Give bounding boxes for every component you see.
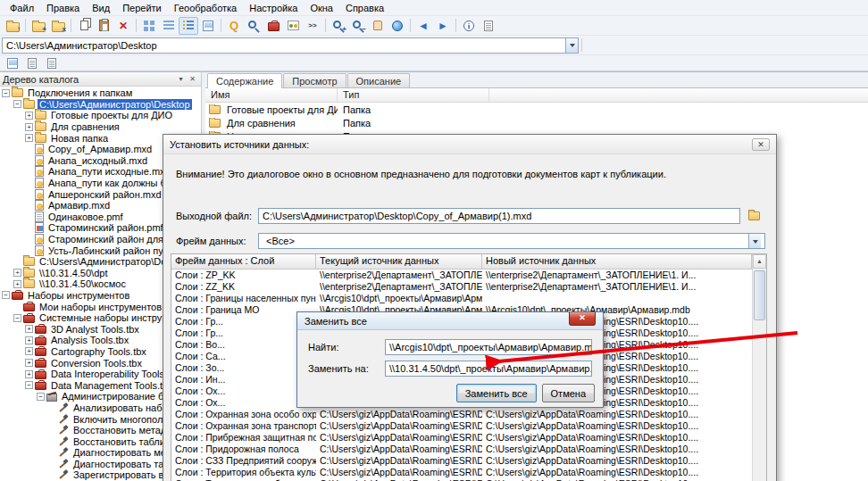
source-row[interactable]: Слои : Придорожная полосаC:\Users\giz\Ap… bbox=[171, 444, 752, 455]
browse-folder-button[interactable] bbox=[746, 208, 765, 224]
close-icon[interactable] bbox=[752, 138, 770, 151]
menu-item[interactable]: Окна bbox=[304, 2, 339, 14]
source-row[interactable]: Слои : ZP_KK\\enterprise2\Департамент\_З… bbox=[171, 270, 752, 281]
source-row[interactable]: Слои : СЗЗ Предприятий сооружен...C:\Use… bbox=[171, 455, 752, 467]
dialog-warning-text: Внимание! Это диалоговое окно в основном… bbox=[176, 169, 666, 179]
connect-folder-icon[interactable]: + bbox=[29, 17, 48, 35]
search-icon[interactable] bbox=[244, 17, 263, 35]
menu-item[interactable]: Геообработка bbox=[168, 2, 244, 14]
collapse-icon[interactable]: − bbox=[13, 314, 21, 322]
menu-item[interactable]: Перейти bbox=[116, 2, 168, 14]
scroll-up-icon[interactable] bbox=[753, 254, 766, 269]
collapse-icon[interactable]: − bbox=[2, 89, 10, 97]
tree-item-label: Армавир.mxd bbox=[46, 200, 112, 211]
mxd-icon bbox=[35, 245, 44, 256]
cancel-button[interactable]: Отмена bbox=[542, 384, 595, 402]
collapse-icon[interactable]: − bbox=[13, 100, 21, 108]
content-tabs: СодержаниеПросмотрОписание bbox=[205, 72, 868, 88]
python-window-icon[interactable]: >> bbox=[303, 17, 322, 35]
html-popup-icon[interactable] bbox=[479, 17, 498, 35]
table-scrollbar[interactable] bbox=[752, 254, 766, 481]
data-frame-dropdown-icon[interactable] bbox=[748, 234, 761, 248]
close-icon[interactable] bbox=[569, 312, 596, 326]
find-input[interactable]: \\Arcgis10\dpt\_проекты\Армавир\Армавир.… bbox=[385, 339, 592, 355]
expand-icon[interactable]: + bbox=[13, 269, 21, 277]
current-source: C:\Users\giz\AppData\Roaming\ESRI\Deskto… bbox=[316, 409, 482, 420]
collapse-icon[interactable]: − bbox=[2, 291, 10, 299]
thumbnails-view-icon[interactable] bbox=[198, 17, 218, 35]
create-thumbnail-icon[interactable] bbox=[3, 54, 22, 72]
content-tab-0[interactable]: Содержание bbox=[207, 73, 282, 88]
source-row[interactable]: Слои : Территория объекта культу...C:\Us… bbox=[171, 467, 752, 478]
large-icons-view-icon[interactable] bbox=[139, 17, 159, 35]
launch-arcmap-icon[interactable]: Q bbox=[224, 17, 244, 35]
data-frame-combobox[interactable]: <Все> bbox=[258, 233, 765, 249]
replace-input[interactable]: \\10.31.4.50\dpt\_проекты\Армавир\Армави… bbox=[385, 361, 592, 377]
pin-icon[interactable] bbox=[175, 74, 187, 85]
expand-icon[interactable]: + bbox=[25, 112, 33, 120]
tree-item[interactable]: −C:\Users\Администратор\Desktop bbox=[0, 99, 201, 111]
menu-item[interactable]: Настройка bbox=[243, 2, 304, 14]
source-row[interactable]: Слои : Прибрежная защитная полосаC:\User… bbox=[171, 432, 752, 444]
expand-icon[interactable]: + bbox=[25, 336, 33, 344]
back-icon[interactable]: ◄ bbox=[413, 17, 433, 35]
source-row[interactable]: Слои : ZZ_KK\\enterprise2\Департамент\_З… bbox=[171, 281, 752, 293]
disconnect-folder-icon[interactable]: x bbox=[48, 17, 68, 35]
source-row[interactable]: Слои : Охранная зона транспортаC:\Users\… bbox=[171, 420, 752, 432]
column-header-type[interactable]: Тип bbox=[338, 88, 489, 102]
expand-icon[interactable]: + bbox=[25, 359, 33, 367]
source-row[interactable]: Слои : Границы населенных пунктов\\Arcgi… bbox=[171, 293, 752, 304]
edit-metadata-icon[interactable] bbox=[22, 54, 42, 72]
dialog-title-bar[interactable]: Установить источники данных: bbox=[163, 135, 776, 154]
expand-icon[interactable]: + bbox=[25, 134, 33, 142]
details-view-icon[interactable] bbox=[179, 17, 198, 35]
tree-item[interactable]: −Подключения к папкам bbox=[0, 87, 201, 99]
arctoolbox-icon[interactable] bbox=[263, 17, 283, 35]
collapse-icon[interactable]: − bbox=[25, 381, 33, 389]
zoom-out-icon[interactable]: − bbox=[348, 17, 368, 35]
zoom-in-icon[interactable]: + bbox=[329, 17, 348, 35]
output-file-input[interactable]: C:\Users\Администратор\Desktop\Copy_of_А… bbox=[258, 208, 740, 224]
tree-item[interactable]: +Для сравнения bbox=[0, 121, 201, 133]
source-row[interactable]: Слои : Охранная зона особо охран...C:\Us… bbox=[171, 409, 752, 420]
list-item[interactable]: Для сравненияПапка bbox=[205, 116, 868, 129]
column-header-current-source[interactable]: Текущий источник данных bbox=[316, 254, 482, 269]
collapse-icon[interactable]: − bbox=[37, 393, 45, 401]
content-tab-2[interactable]: Описание bbox=[347, 73, 411, 87]
tree-item[interactable]: +Готовые проекты для ДИО bbox=[0, 110, 201, 121]
address-dropdown-icon[interactable] bbox=[565, 38, 578, 53]
list-view-icon[interactable] bbox=[159, 17, 179, 35]
menu-item[interactable]: Правка bbox=[40, 2, 86, 14]
menu-item[interactable]: Справка bbox=[339, 2, 390, 14]
paste-icon[interactable] bbox=[94, 17, 113, 35]
replace-dialog-title-bar[interactable]: Заменить все bbox=[297, 312, 603, 330]
pan-icon[interactable] bbox=[368, 17, 388, 35]
menu-item[interactable]: Файл bbox=[4, 2, 40, 14]
column-header-name[interactable]: Имя bbox=[205, 88, 338, 102]
delete-icon[interactable]: ✕ bbox=[113, 17, 133, 35]
expand-icon[interactable]: + bbox=[13, 280, 21, 288]
expand-icon[interactable]: + bbox=[25, 347, 33, 355]
forward-icon[interactable]: ► bbox=[433, 17, 453, 35]
mxd-icon bbox=[35, 178, 44, 188]
column-header-layer[interactable]: Фрейм данных : Слой bbox=[171, 254, 316, 269]
list-item[interactable]: Готовые проекты для ДИОПапка bbox=[205, 103, 868, 116]
full-extent-icon[interactable] bbox=[388, 17, 407, 35]
scrollbar-thumb[interactable] bbox=[754, 270, 765, 320]
expand-icon[interactable]: + bbox=[25, 370, 33, 378]
close-panel-icon[interactable] bbox=[187, 74, 198, 85]
content-tab-1[interactable]: Просмотр bbox=[283, 73, 346, 87]
expand-icon[interactable]: + bbox=[25, 123, 33, 131]
replace-all-button[interactable]: Заменить все bbox=[456, 384, 537, 402]
column-header-new-source[interactable]: Новый источник данных bbox=[482, 254, 752, 269]
menu-item[interactable]: Вид bbox=[86, 2, 116, 14]
expand-icon[interactable]: + bbox=[25, 325, 33, 333]
address-combobox[interactable]: C:\Users\Администратор\Desktop bbox=[2, 37, 579, 54]
folder-icon bbox=[35, 122, 46, 131]
sync-metadata-icon[interactable] bbox=[42, 54, 62, 72]
copy-icon[interactable] bbox=[74, 17, 94, 35]
up-one-level-icon[interactable]: ↑ bbox=[3, 17, 22, 35]
modelbuilder-icon[interactable] bbox=[283, 17, 303, 35]
identify-icon[interactable]: i bbox=[459, 17, 479, 35]
layer-name: Слои : Ох... bbox=[171, 397, 316, 409]
